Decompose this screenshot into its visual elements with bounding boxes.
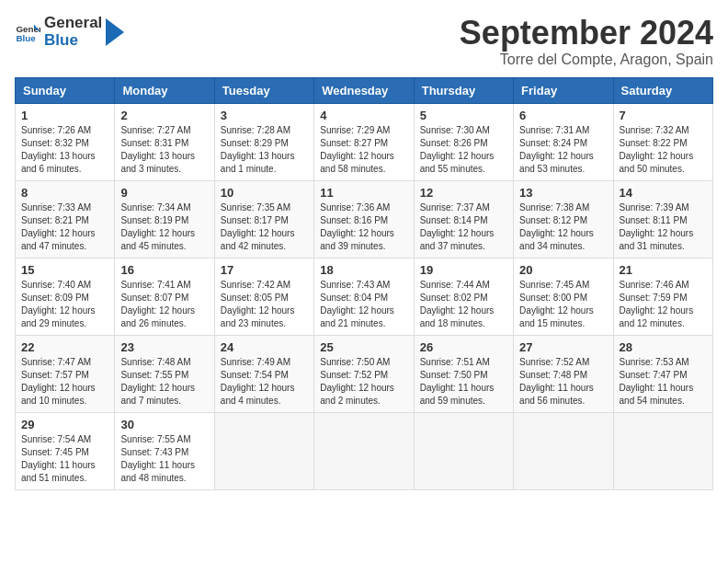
header-thursday: Thursday (414, 77, 513, 103)
svg-text:Blue: Blue (16, 32, 36, 42)
day-cell-14: 14 Sunrise: 7:39 AMSunset: 8:11 PMDaylig… (613, 180, 712, 258)
day-cell-empty-2 (314, 412, 414, 489)
header-wednesday: Wednesday (314, 77, 414, 103)
day-cell-23: 23 Sunrise: 7:48 AMSunset: 7:55 PMDaylig… (115, 335, 214, 412)
week-row-1: 1 Sunrise: 7:26 AMSunset: 8:32 PMDayligh… (16, 103, 713, 180)
day-cell-27: 27 Sunrise: 7:52 AMSunset: 7:48 PMDaylig… (514, 335, 613, 412)
calendar-table: Sunday Monday Tuesday Wednesday Thursday… (15, 77, 713, 490)
day-cell-empty-3 (414, 412, 513, 489)
header: General Blue General Blue September 2024… (15, 15, 713, 68)
header-sunday: Sunday (16, 77, 115, 103)
logo-icon: General Blue (15, 19, 40, 45)
day-cell-10: 10 Sunrise: 7:35 AMSunset: 8:17 PMDaylig… (214, 180, 313, 258)
day-cell-21: 21 Sunrise: 7:46 AMSunset: 7:59 PMDaylig… (613, 258, 712, 335)
day-cell-28: 28 Sunrise: 7:53 AMSunset: 7:47 PMDaylig… (613, 335, 712, 412)
header-friday: Friday (514, 77, 613, 103)
week-row-5: 29 Sunrise: 7:54 AMSunset: 7:45 PMDaylig… (16, 412, 713, 489)
day-cell-11: 11 Sunrise: 7:36 AMSunset: 8:16 PMDaylig… (314, 180, 414, 258)
day-cell-19: 19 Sunrise: 7:44 AMSunset: 8:02 PMDaylig… (414, 258, 513, 335)
day-cell-15: 15 Sunrise: 7:40 AMSunset: 8:09 PMDaylig… (16, 258, 115, 335)
day-cell-4: 4 Sunrise: 7:29 AMSunset: 8:27 PMDayligh… (314, 103, 414, 180)
day-cell-17: 17 Sunrise: 7:42 AMSunset: 8:05 PMDaylig… (214, 258, 313, 335)
day-cell-30: 30 Sunrise: 7:55 AMSunset: 7:43 PMDaylig… (115, 412, 214, 489)
day-cell-22: 22 Sunrise: 7:47 AMSunset: 7:57 PMDaylig… (16, 335, 115, 412)
day-cell-20: 20 Sunrise: 7:45 AMSunset: 8:00 PMDaylig… (514, 258, 613, 335)
day-cell-16: 16 Sunrise: 7:41 AMSunset: 8:07 PMDaylig… (115, 258, 214, 335)
day-cell-5: 5 Sunrise: 7:30 AMSunset: 8:26 PMDayligh… (414, 103, 513, 180)
header-tuesday: Tuesday (214, 77, 313, 103)
day-cell-empty-4 (514, 412, 613, 489)
day-cell-12: 12 Sunrise: 7:37 AMSunset: 8:14 PMDaylig… (414, 180, 513, 258)
month-title: September 2024 (460, 15, 713, 52)
logo: General Blue General Blue (15, 15, 124, 49)
location-title: Torre del Compte, Aragon, Spain (460, 52, 713, 68)
week-row-3: 15 Sunrise: 7:40 AMSunset: 8:09 PMDaylig… (16, 258, 713, 335)
day-cell-1: 1 Sunrise: 7:26 AMSunset: 8:32 PMDayligh… (16, 103, 115, 180)
week-row-2: 8 Sunrise: 7:33 AMSunset: 8:21 PMDayligh… (16, 180, 713, 258)
header-saturday: Saturday (613, 77, 712, 103)
day-cell-empty-5 (613, 412, 712, 489)
day-cell-29: 29 Sunrise: 7:54 AMSunset: 7:45 PMDaylig… (16, 412, 115, 489)
calendar-header-row: Sunday Monday Tuesday Wednesday Thursday… (16, 77, 713, 103)
day-cell-2: 2 Sunrise: 7:27 AMSunset: 8:31 PMDayligh… (115, 103, 214, 180)
logo-blue-text: Blue (44, 32, 102, 50)
day-cell-24: 24 Sunrise: 7:49 AMSunset: 7:54 PMDaylig… (214, 335, 313, 412)
day-cell-7: 7 Sunrise: 7:32 AMSunset: 8:22 PMDayligh… (613, 103, 712, 180)
day-cell-18: 18 Sunrise: 7:43 AMSunset: 8:04 PMDaylig… (314, 258, 414, 335)
svg-marker-3 (106, 18, 124, 46)
logo-general-text: General (44, 15, 102, 32)
day-cell-9: 9 Sunrise: 7:34 AMSunset: 8:19 PMDayligh… (115, 180, 214, 258)
title-area: September 2024 Torre del Compte, Aragon,… (460, 15, 713, 68)
day-cell-3: 3 Sunrise: 7:28 AMSunset: 8:29 PMDayligh… (214, 103, 313, 180)
day-cell-empty-1 (214, 412, 313, 489)
week-row-4: 22 Sunrise: 7:47 AMSunset: 7:57 PMDaylig… (16, 335, 713, 412)
day-cell-25: 25 Sunrise: 7:50 AMSunset: 7:52 PMDaylig… (314, 335, 414, 412)
logo-arrow-icon (106, 18, 124, 46)
day-cell-8: 8 Sunrise: 7:33 AMSunset: 8:21 PMDayligh… (16, 180, 115, 258)
header-monday: Monday (115, 77, 214, 103)
day-cell-26: 26 Sunrise: 7:51 AMSunset: 7:50 PMDaylig… (414, 335, 513, 412)
day-cell-6: 6 Sunrise: 7:31 AMSunset: 8:24 PMDayligh… (514, 103, 613, 180)
day-cell-13: 13 Sunrise: 7:38 AMSunset: 8:12 PMDaylig… (514, 180, 613, 258)
